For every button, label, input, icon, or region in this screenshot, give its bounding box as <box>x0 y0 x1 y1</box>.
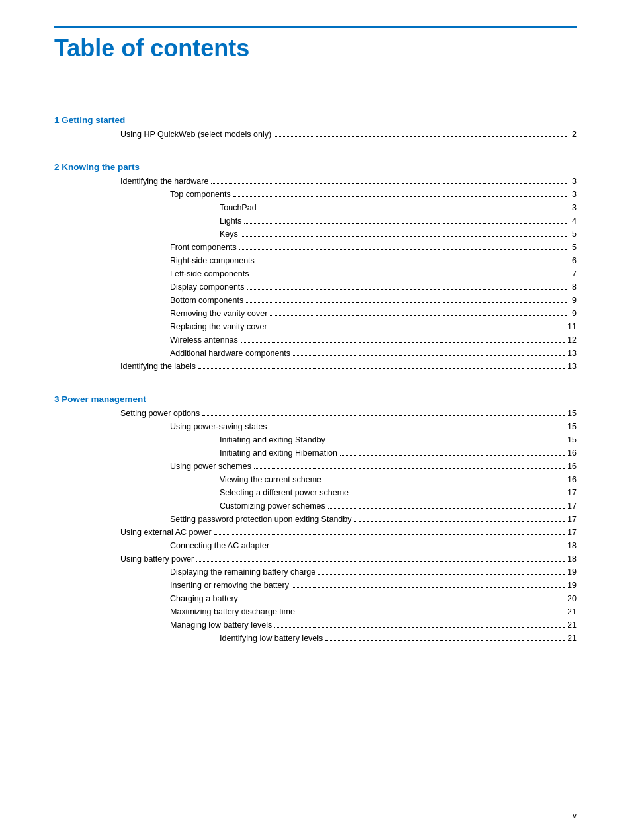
toc-entry: Identifying the labels13 <box>54 360 577 373</box>
toc-entry-page: 13 <box>568 347 577 360</box>
toc-entry: Displaying the remaining battery charge1… <box>54 566 577 579</box>
toc-entry-text: Charging a battery <box>170 592 238 605</box>
toc-entry: Charging a battery20 <box>54 592 577 605</box>
toc-entry: Identifying low battery levels21 <box>54 632 577 645</box>
toc-entry-text: Initiating and exiting Hibernation <box>220 446 337 460</box>
toc-entry-page: 17 <box>568 499 577 513</box>
toc-entry-text: Keys <box>220 228 238 241</box>
toc-entry-page: 18 <box>568 539 577 552</box>
toc-entry-dots <box>252 276 570 276</box>
toc-entry-text: Maximizing battery discharge time <box>170 605 295 618</box>
toc-entry-dots <box>292 587 565 588</box>
toc-entry-dots <box>298 614 565 614</box>
toc-entry-text: Using power-saving states <box>170 420 267 433</box>
toc-entry-dots <box>254 468 565 469</box>
chapter-section-2: 2 Knowing the partsIdentifying the hardw… <box>54 162 577 373</box>
toc-entry: Using HP QuickWeb (select models only)2 <box>54 128 577 141</box>
chapter-section-1: 1 Getting startedUsing HP QuickWeb (sele… <box>54 115 577 141</box>
toc-entry: Setting power options15 <box>54 407 577 420</box>
toc-entry-page: 5 <box>572 241 577 254</box>
toc-entry-dots <box>324 482 565 482</box>
toc-entry-dots <box>214 534 566 535</box>
toc-entry-page: 17 <box>568 486 577 499</box>
toc-entry-dots <box>246 302 569 303</box>
toc-entry-dots <box>328 508 565 509</box>
toc-entry-text: Setting power options <box>120 407 200 420</box>
toc-entry-page: 3 <box>572 201 577 214</box>
toc-entry-text: Using power schemes <box>170 460 251 473</box>
toc-entry-dots <box>198 368 565 369</box>
top-rule <box>54 26 577 28</box>
toc-entry-page: 17 <box>568 513 577 526</box>
toc-entry-page: 15 <box>568 433 577 446</box>
toc-entry-text: Front components <box>170 241 237 254</box>
toc-entry-dots <box>272 548 565 548</box>
toc-entry: Selecting a different power scheme17 <box>54 486 577 499</box>
toc-entry-text: Setting password protection upon exiting… <box>170 513 351 526</box>
toc-entry-dots <box>270 329 565 329</box>
toc-entry: Customizing power schemes17 <box>54 499 577 513</box>
chapter-heading-3: 3 Power management <box>54 394 577 404</box>
toc-entry-text: Customizing power schemes <box>220 499 325 513</box>
toc-entry-text: Managing low battery levels <box>170 618 272 632</box>
toc-entry-page: 15 <box>568 420 577 433</box>
toc-entry: Top components3 <box>54 188 577 201</box>
toc-entry-page: 19 <box>568 579 577 592</box>
footer-label: v <box>573 811 577 820</box>
toc-entry-page: 16 <box>568 460 577 473</box>
toc-entry-page: 17 <box>568 526 577 539</box>
toc-entry: Wireless antennas12 <box>54 333 577 347</box>
toc-entry: Left-side components7 <box>54 267 577 280</box>
toc-entry-dots <box>325 640 565 641</box>
toc-entry-dots <box>354 521 565 522</box>
toc-entry-dots <box>239 249 569 250</box>
toc-entry: Using external AC power17 <box>54 526 577 539</box>
toc-entry-page: 9 <box>572 307 577 320</box>
toc-entry-text: Wireless antennas <box>170 333 238 347</box>
toc-entry-text: Using HP QuickWeb (select models only) <box>120 128 271 141</box>
toc-entry-text: Displaying the remaining battery charge <box>170 566 316 579</box>
toc-entry: Using power schemes16 <box>54 460 577 473</box>
toc-entry-dots <box>241 342 565 343</box>
toc-entry: Inserting or removing the battery19 <box>54 579 577 592</box>
toc-entry: Right-side components6 <box>54 254 577 267</box>
toc-entry-text: Right-side components <box>170 254 255 267</box>
toc-entry-text: Using external AC power <box>120 526 212 539</box>
toc-entry-text: Connecting the AC adapter <box>170 539 269 552</box>
toc-entry: Using power-saving states15 <box>54 420 577 433</box>
toc-entry-dots <box>351 495 565 495</box>
title-section: Table of contents <box>54 34 577 62</box>
toc-entry-page: 5 <box>572 228 577 241</box>
toc-entry-dots <box>293 355 565 356</box>
toc-entry-text: Top components <box>170 188 231 201</box>
toc-entry: Managing low battery levels21 <box>54 618 577 632</box>
toc-container: 1 Getting startedUsing HP QuickWeb (sele… <box>54 115 577 645</box>
toc-entry-dots <box>270 315 569 316</box>
toc-entry: TouchPad3 <box>54 201 577 214</box>
toc-entry-text: Initiating and exiting Standby <box>220 433 325 446</box>
toc-entry-page: 6 <box>572 254 577 267</box>
toc-entry: Lights4 <box>54 214 577 228</box>
toc-entry-text: Bottom components <box>170 294 243 307</box>
toc-entry-dots <box>274 136 569 137</box>
toc-entry-page: 16 <box>568 473 577 486</box>
toc-entry-page: 3 <box>572 175 577 188</box>
toc-entry: Setting password protection upon exiting… <box>54 513 577 526</box>
toc-entry-page: 13 <box>568 360 577 373</box>
toc-entry: Using battery power18 <box>54 552 577 566</box>
toc-entry: Front components5 <box>54 241 577 254</box>
toc-entry-dots <box>340 455 565 456</box>
toc-entry-dots <box>233 196 569 197</box>
toc-entry-dots <box>241 601 565 601</box>
toc-entry-text: Replacing the vanity cover <box>170 320 267 333</box>
toc-entry-page: 4 <box>572 214 577 228</box>
chapter-heading-2: 2 Knowing the parts <box>54 162 577 172</box>
toc-entry-dots <box>241 236 569 237</box>
toc-entry-page: 11 <box>568 320 577 333</box>
page: Table of contents 1 Getting startedUsing… <box>0 0 631 840</box>
toc-entry-page: 20 <box>568 592 577 605</box>
toc-entry-page: 21 <box>568 605 577 618</box>
toc-entry-text: Display components <box>170 280 245 294</box>
toc-entry-dots <box>270 429 565 429</box>
toc-entry: Viewing the current scheme16 <box>54 473 577 486</box>
